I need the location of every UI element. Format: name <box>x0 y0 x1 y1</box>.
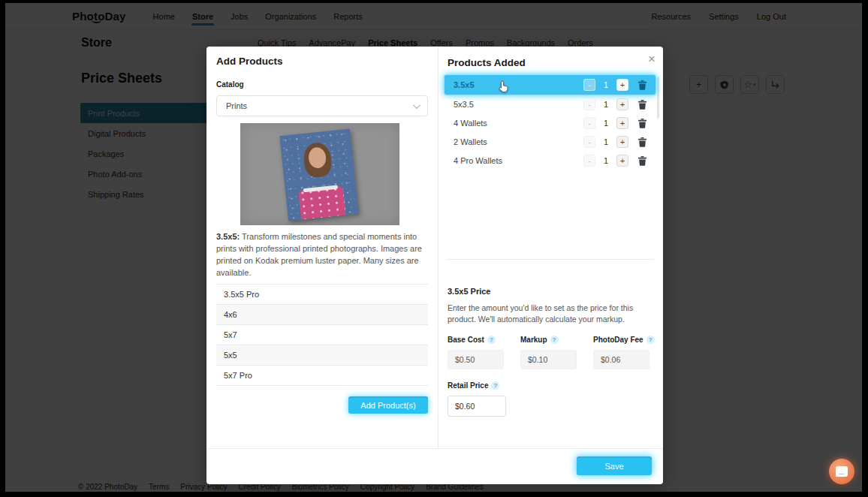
quantity-decrease-button[interactable]: - <box>583 79 595 91</box>
product-description: 3.5x5: Transform milestones and special … <box>216 231 429 279</box>
catalog-label: Catalog <box>216 80 428 89</box>
quantity-increase-button[interactable]: + <box>616 117 628 129</box>
added-product-name: 2 Wallets <box>454 137 535 146</box>
chevron-down-icon <box>413 101 420 109</box>
add-products-modal: × Add Products Catalog Prints <box>206 47 663 484</box>
save-button[interactable]: Save <box>577 456 652 475</box>
markup-label: Markup <box>520 336 547 344</box>
product-option-row[interactable]: 4x6 <box>216 305 428 325</box>
added-product-name: 4 Pro Wallets <box>454 156 535 165</box>
modal-title: Add Products <box>216 56 428 67</box>
scrollbar[interactable] <box>657 77 659 119</box>
added-product-name: 4 Wallets <box>454 119 535 128</box>
catalog-product-list: 3.5x5 Pro 4x6 5x7 5x5 5x7 Pro <box>216 284 428 386</box>
price-section: 3.5x5 Price Enter the amount you'd like … <box>448 287 653 417</box>
added-product-row[interactable]: 4 Wallets - 1 + <box>448 114 653 132</box>
photoday-fee-input[interactable] <box>593 350 649 369</box>
products-added-panel: Products Added 3.5x5 - 1 + 5x3.5 <box>438 47 663 448</box>
quantity-decrease-button[interactable]: - <box>583 136 595 148</box>
retail-price-input[interactable] <box>448 396 506 417</box>
photoday-fee-field: PhotoDay Fee? <box>593 336 655 369</box>
quantity-value: 1 <box>601 137 611 146</box>
trash-icon[interactable] <box>638 119 646 128</box>
quantity-increase-button[interactable]: + <box>616 136 628 148</box>
product-description-text: Transform milestones and special moments… <box>216 232 422 277</box>
modal-footer: Save <box>206 448 663 484</box>
base-cost-label: Base Cost <box>448 336 484 344</box>
quantity-value: 1 <box>601 100 611 109</box>
price-description: Enter the amount you'd like to set as th… <box>448 303 653 325</box>
added-product-name: 5x3.5 <box>454 100 535 109</box>
help-icon[interactable]: ? <box>550 336 559 344</box>
base-cost-field: Base Cost? <box>448 336 504 369</box>
quantity-value: 1 <box>601 119 611 128</box>
markup-field: Markup? <box>520 336 577 369</box>
add-products-button[interactable]: Add Product(s) <box>348 396 428 414</box>
product-option-row[interactable]: 5x7 Pro <box>216 366 428 386</box>
base-cost-input[interactable] <box>448 350 504 369</box>
product-option-row[interactable]: 5x7 <box>216 325 428 345</box>
trash-icon[interactable] <box>638 137 646 147</box>
quantity-decrease-button[interactable]: - <box>583 155 595 167</box>
product-description-name: 3.5x5: <box>216 232 240 241</box>
photoday-fee-label: PhotoDay Fee <box>593 336 643 344</box>
added-product-row[interactable]: 2 Wallets - 1 + <box>448 133 653 151</box>
catalog-selected-value: Prints <box>226 101 247 110</box>
quantity-value: 1 <box>601 156 611 165</box>
catalog-select[interactable]: Prints <box>216 95 428 116</box>
quantity-decrease-button[interactable]: - <box>583 117 595 129</box>
retail-price-label: Retail Price <box>448 381 488 390</box>
added-product-row[interactable]: 5x3.5 - 1 + <box>448 95 653 113</box>
sample-print-photo <box>279 128 358 221</box>
chat-launcher-button[interactable] <box>829 459 854 484</box>
quantity-value: 1 <box>601 80 611 89</box>
quantity-increase-button[interactable]: + <box>616 155 628 167</box>
help-icon[interactable]: ? <box>487 336 496 344</box>
price-title: 3.5x5 Price <box>448 287 653 296</box>
trash-icon[interactable] <box>638 100 646 110</box>
trash-icon[interactable] <box>638 80 646 90</box>
products-added-list: 3.5x5 - 1 + 5x3.5 - 1 + <box>448 75 653 170</box>
added-product-row[interactable]: 3.5x5 - 1 + <box>445 75 656 95</box>
products-added-title: Products Added <box>448 57 653 68</box>
markup-input[interactable] <box>520 350 577 369</box>
product-option-row[interactable]: 3.5x5 Pro <box>216 285 428 305</box>
retail-price-field: Retail Price? <box>448 381 653 417</box>
hand-cursor-icon <box>499 80 509 92</box>
divider <box>446 259 654 260</box>
trash-icon[interactable] <box>638 156 646 166</box>
screen: PhotoDay Home Store Jobs Organizations R… <box>0 0 868 497</box>
help-icon[interactable]: ? <box>491 381 499 390</box>
product-option-row[interactable]: 5x5 <box>216 345 428 366</box>
added-product-row[interactable]: 4 Pro Wallets - 1 + <box>448 152 653 170</box>
quantity-decrease-button[interactable]: - <box>583 98 595 110</box>
quantity-increase-button[interactable]: + <box>616 79 628 91</box>
add-products-panel: Add Products Catalog Prints 3.5x5: Trans… <box>206 47 438 448</box>
photoday-app: PhotoDay Home Store Jobs Organizations R… <box>5 3 862 492</box>
quantity-increase-button[interactable]: + <box>616 98 628 110</box>
chat-icon <box>836 466 848 477</box>
help-icon[interactable]: ? <box>646 336 655 344</box>
price-fields-row: Base Cost? Markup? PhotoDay Fee? <box>448 336 653 369</box>
product-preview-image <box>240 123 399 225</box>
added-product-name: 3.5x5 <box>454 80 535 89</box>
